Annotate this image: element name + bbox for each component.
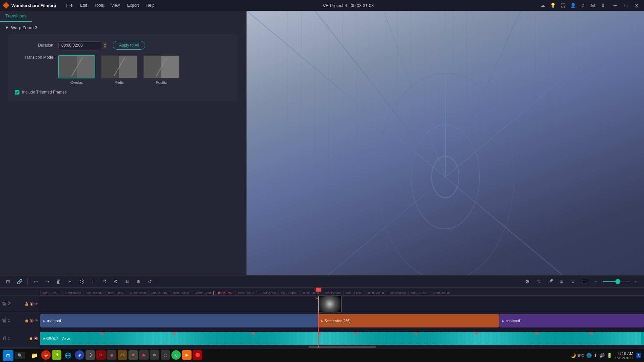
taskbar-app2[interactable]: ◈ [75,350,84,360]
ruler-mark-0: 00:01:02:00 [40,291,62,295]
mode-postfix[interactable]: Postfix [143,55,180,84]
tl-undo2-button[interactable]: ↺ [145,277,155,286]
track2-lock-icon[interactable]: 🔒 [24,302,29,306]
taskbar-app10[interactable]: ◎ [161,350,170,360]
menu-help[interactable]: Help [143,2,158,9]
battery-icon[interactable]: 🔋 [607,353,612,358]
start-button[interactable]: ⊞ [3,350,13,361]
taskbar-app1[interactable]: ◎ [41,350,51,360]
duration-input[interactable] [58,41,102,49]
track2-mute-icon[interactable]: 🔇 [30,302,34,306]
tl-split-button[interactable]: ⚔ [568,277,578,286]
minimize-button[interactable]: ─ [610,1,620,9]
taskbar-chrome[interactable]: 🌐 [63,350,73,361]
transitions-tab[interactable]: Transitions [0,11,32,22]
mode-overlap[interactable]: Overlap [58,55,95,84]
track1-eye-icon[interactable]: 👁 [35,319,38,322]
tl-eq-button[interactable]: ≡ [557,277,566,286]
taskbar-app11[interactable]: 🔴 [193,350,202,360]
ruler-mark-10: 00:01:22:00 [257,291,278,295]
taskbar-app4[interactable]: DL [96,350,106,360]
volume-sys-icon[interactable]: 🔊 [599,353,605,358]
track-label-video1: 🎬 1 🔒 🔇 👁 [0,312,40,329]
clip-unnamed-1[interactable]: ▶ unnamed [40,314,318,327]
taskbar-app9[interactable]: ⊕ [150,350,159,360]
include-trimmed-checkbox[interactable] [15,90,19,95]
tl-zoom-out-button[interactable]: − [591,277,600,286]
tl-audio-button[interactable]: ≋ [122,277,132,286]
tl-mic-button[interactable]: 🎤 [545,277,555,286]
track2-eye-icon[interactable]: 👁 [35,302,38,306]
tl-link2-button[interactable]: ⛓ [77,277,86,286]
tl-undo-button[interactable]: ↩ [31,277,41,286]
tl-adjust-button[interactable]: ⚙ [111,277,120,286]
taskbar-app3[interactable]: ⬡ [86,350,95,360]
mode-prefix[interactable]: Prefix [101,55,138,84]
tl-delete-button[interactable]: 🗑 [54,277,63,286]
mail-icon[interactable]: ✉ [589,1,597,9]
audio-clip[interactable]: A-GROUP - Verve [40,332,644,345]
track-label-audio1: 🎵 1 🔒 🔇 [0,329,40,348]
audio1-mute-icon[interactable]: 🔇 [34,337,38,340]
scrollbar-thumb[interactable] [309,346,376,348]
clock[interactable]: 6:19 AM 15/12/2022 [615,351,633,360]
menu-edit[interactable]: Edit [77,2,91,9]
search-button[interactable]: 🔍 [15,352,25,359]
menu-tools[interactable]: Tools [91,2,107,9]
track1-mute-icon[interactable]: 🔇 [30,319,34,322]
tl-redo-button[interactable]: ↪ [43,277,52,286]
track1-lock-icon[interactable]: 🔒 [24,319,29,322]
tl-add-track-button[interactable]: ⊞ [3,277,13,286]
menu-file[interactable]: File [63,2,76,9]
taskbar-nvidia[interactable]: N [52,350,61,360]
duration-down[interactable]: ▼ [103,45,107,49]
taskbar-spotify[interactable]: ♫ [171,350,181,360]
warp-zoom-header[interactable]: ▼ Warp Zoom 3 [5,25,241,30]
notification-badge[interactable]: 6 [636,353,641,358]
tl-zoom-in-button[interactable]: + [631,277,641,286]
menu-export[interactable]: Export [124,2,142,9]
taskbar-explorer[interactable]: 📁 [29,350,40,361]
moon-icon[interactable]: 🌙 [571,353,576,358]
network-icon[interactable]: 🌐 [586,353,592,358]
monitor-icon[interactable]: 🖥 [579,1,587,9]
tl-separator-2 [158,278,158,285]
ruler-mark-11: 00:01:24:00 [278,291,300,295]
taskbar-app8[interactable]: ▶ [139,350,149,360]
up-arrow-icon[interactable]: ⬆ [594,353,597,358]
postfix-thumbnail [143,55,180,78]
timeline-tracks[interactable]: 00:01:02:00 00:01:04:00 00:01:06:00 00:0… [40,288,644,349]
tl-settings-button[interactable]: ⚙ [523,277,532,286]
taskbar-app6[interactable]: 🎮 [118,350,127,360]
apply-all-button[interactable]: Apply to All [113,41,145,50]
tl-link-button[interactable]: 🔗 [15,277,24,286]
cloud-icon[interactable]: ☁ [539,1,547,9]
menu-view[interactable]: View [108,2,123,9]
close-button[interactable]: ✕ [632,1,641,9]
zoom-slider[interactable] [602,281,629,282]
taskbar-app7[interactable]: ❋ [128,350,138,360]
tl-text-button[interactable]: T [88,277,98,286]
cue-point-9 [590,333,593,335]
headphone-icon[interactable]: 🎧 [559,1,567,9]
include-trimmed-row: Include Trimmed Frames [15,90,231,95]
account-icon[interactable]: 👤 [569,1,577,9]
clock-date: 15/12/2022 [615,356,633,360]
tl-crop-button[interactable]: ⬚ [580,277,589,286]
clip-unnamed-2[interactable]: ▶ unnamed [499,314,644,327]
tl-cut-button[interactable]: ✂ [65,277,75,286]
tl-snap-button[interactable]: ⊕ [134,277,143,286]
download-icon[interactable]: ⬇ [599,1,607,9]
track-label-video2: 🎬 2 🔒 🔇 👁 [0,296,40,312]
timeline-scrollbar[interactable] [40,345,644,349]
audio1-lock-icon[interactable]: 🔒 [29,337,33,340]
taskbar-app5[interactable]: ◆ [107,350,116,360]
svg-line-1 [315,11,445,177]
maximize-button[interactable]: □ [621,1,631,9]
lightbulb-icon[interactable]: 💡 [549,1,557,9]
tl-shield-button[interactable]: 🛡 [534,277,543,286]
taskbar-filmora[interactable]: ▶ [182,350,192,360]
tl-timer-button[interactable]: ⏱ [100,277,109,286]
clip-screenshot[interactable]: ▶ Screenshot (236) [318,314,499,327]
duration-up[interactable]: ▲ [103,42,107,45]
